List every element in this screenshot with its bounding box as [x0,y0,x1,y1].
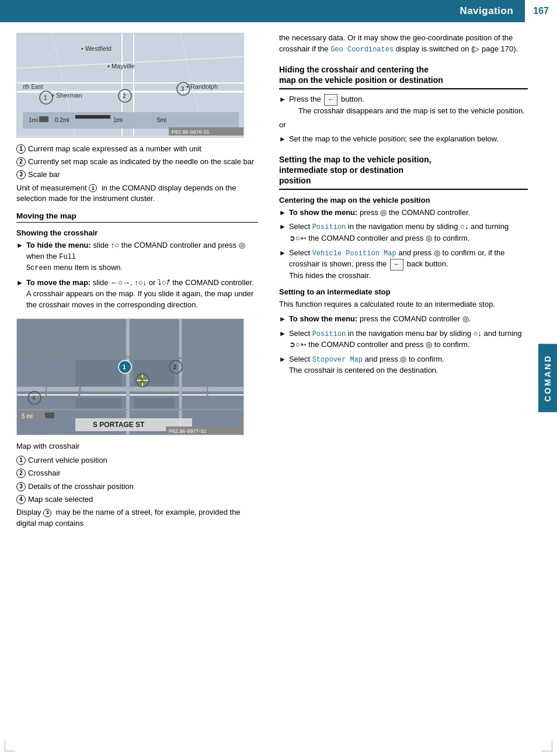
back-button-icon-2: ← [390,259,403,271]
svg-text:0.2mi: 0.2mi [55,117,69,123]
captions-bottom: 1 Current vehicle position 2 Crosshair 3… [16,455,258,505]
arrow-icon-2: ► [16,278,23,288]
bullet-show-menu-1: ► To show the menu: press ◎ the COMAND c… [279,207,528,219]
left-column: • Westfield • Mayville rth East • Sherma… [0,33,269,533]
geo-coordinates-mono: Geo Coordinates [330,46,394,54]
section-hiding-heading: Hiding the crosshair and centering thema… [279,64,528,89]
svg-rect-23 [75,115,110,119]
caption-bottom-3: 3 Details of the crosshair position [16,481,258,492]
caption-text-1: Current map scale expressed as a number … [28,144,201,154]
header-title: Navigation [459,5,513,17]
continued-text: the necessary data. Or it may show the g… [279,33,528,55]
svg-text:2: 2 [123,93,126,99]
caption-bottom-text-2: Crosshair [28,468,61,478]
bullet-press-text: Press the ← button. The crosshair disapp… [289,94,528,117]
arrow-icon-3: ► [279,95,286,105]
right-column: the necessary data. Or it may show the g… [269,33,557,533]
bullet-move-label: To move the map: [26,278,90,287]
crosshair-disappears-text: The crosshair disappears and the map is … [289,106,525,115]
arrow-icon-6: ► [279,222,286,232]
bullet-select-pos-1-text: Select Position in the navigation menu b… [289,221,528,244]
header-bar: Navigation 167 [0,0,557,22]
sub-centering-heading: Centering the map on the vehicle positio… [279,196,528,204]
bullet-select-pos-2-text: Select Position in the navigation menu b… [289,328,528,351]
caption-text-3: Scale bar [28,169,60,180]
bullet-set-map: ► Set the map to the vehicle position; s… [279,134,528,145]
bullet-move-map: ► To move the map: slide ←○→, ↑○↓ or ⤵○↗… [16,278,258,311]
full-screen-mono: FullScreen [26,253,76,272]
svg-text:P82.86-9976-31: P82.86-9976-31 [172,129,210,135]
svg-text:S PORTAGE ST: S PORTAGE ST [93,421,145,429]
position-mono-1: Position [312,223,346,231]
svg-text:2: 2 [173,364,177,370]
bullet-hide-text: To hide the menu: slide ↑○ the COMAND co… [26,240,258,274]
bullet-press-button: ► Press the ← button. The crosshair disa… [279,94,528,117]
map-bottom-label: Map with crosshair [16,441,258,452]
arrow-icon-7: ► [279,248,286,258]
caption-bottom-num-4: 4 [16,495,26,504]
caption-text-2: Currently set map scale as indicated by … [28,157,254,167]
caption-bottom-4: 4 Map scale selected [16,494,258,505]
corner-mark-br [542,741,552,751]
corner-mark-bl [5,741,15,751]
bullet-select-position-2: ► Select Position in the navigation menu… [279,328,528,351]
side-tab: COMAND [538,344,557,412]
caption-item-2: 2 Currently set map scale as indicated b… [16,157,258,167]
bullet-hide-menu: ► To hide the menu: slide ↑○ the COMAND … [16,240,258,274]
svg-rect-38 [75,360,122,386]
svg-text:5mi: 5mi [157,117,166,123]
main-content: • Westfield • Mayville rth East • Sherma… [0,22,557,543]
bullet-select-vehicle-pos: ► Select Vehicle Position Map and press … [279,248,528,282]
arrow-icon-10: ► [279,355,286,365]
map-bottom-svg: 1 2 3 4 5 mi S PORTAGE ST P82.86-9977-31 [17,319,244,435]
bullet-move-text: To move the map: slide ←○→, ↑○↓ or ⤵○↗ t… [26,278,258,311]
svg-text:• Westfield: • Westfield [81,45,112,52]
arrow-icon-4: ► [279,134,286,144]
caption-item-1: 1 Current map scale expressed as a numbe… [16,144,258,154]
stopover-text: This function requires a calculated rout… [279,299,528,310]
arrow-icon-5: ► [279,208,286,218]
stopover-map-mono: Stopover Map [312,356,363,364]
svg-text:1: 1 [44,95,47,101]
arrow-icon-9: ► [279,329,286,339]
section-setting-heading: Setting the map to the vehicle position,… [279,154,528,190]
svg-text:• Sherman: • Sherman [52,92,82,99]
caption-bottom-1: 1 Current vehicle position [16,455,258,466]
caption-bottom-text-1: Current vehicle position [28,455,107,466]
bullet-stopover-text: Select Stopover Map and press ◎ to confi… [289,354,528,376]
back-button-icon-1: ← [324,94,337,106]
show-menu-label-2: To show the menu: [289,314,357,323]
caption-num-3: 3 [16,170,26,179]
sub-stopover-heading: Setting to an intermediate stop [279,287,528,296]
svg-rect-21 [39,116,48,122]
bullet-select-stopover: ► Select Stopover Map and press ◎ to con… [279,354,528,376]
unit-text: Unit of measurement 1 in the COMAND disp… [16,183,258,205]
caption-num-1: 1 [16,144,26,154]
svg-text:P82.86-9977-31: P82.86-9977-31 [169,428,207,434]
page-number: 167 [525,0,557,22]
bullet-show-menu-1-text: To show the menu: press ◎ the COMAND con… [289,207,528,219]
vehicle-position-map-mono: Vehicle Position Map [312,249,396,258]
svg-text:1: 1 [123,364,126,370]
caption-bottom-num-1: 1 [16,456,26,465]
caption-bottom-num-2: 2 [16,469,26,478]
section-moving-heading: Moving the map [16,211,258,223]
arrow-icon-8: ► [279,314,286,324]
svg-text:5 mi: 5 mi [22,413,33,419]
caption-bottom-text-4: Map scale selected [28,494,93,505]
caption-bottom-num-3: 3 [16,482,26,491]
svg-text:rth East: rth East [23,84,43,90]
caption-num-2: 2 [16,157,26,167]
svg-rect-41 [134,398,175,408]
or-text: or [279,120,528,131]
show-menu-label-1: To show the menu: [289,208,357,217]
svg-text:• Mayville: • Mayville [107,63,135,70]
svg-rect-54 [45,412,54,418]
svg-text:4: 4 [32,395,36,401]
svg-text:1mi: 1mi [113,117,123,123]
sub-showing-heading: Showing the crosshair [16,228,258,237]
svg-text:1mi: 1mi [29,117,38,123]
svg-text:3: 3 [140,377,144,384]
svg-rect-40 [75,398,122,408]
bullet-select-position-1: ► Select Position in the navigation menu… [279,221,528,244]
